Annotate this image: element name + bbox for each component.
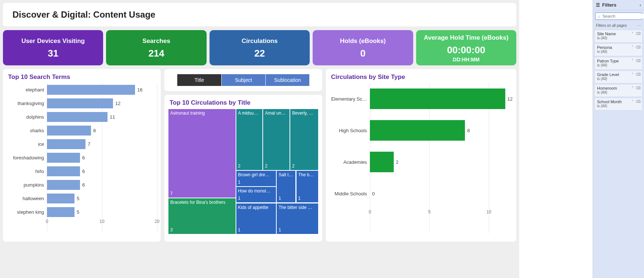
filter-value: is (All) [597, 63, 640, 67]
bar-chart-circ-by-site[interactable]: Elementary Sc…12High Schools8Academies2M… [330, 83, 513, 241]
treemap-tile[interactable]: The bitter side …1 [276, 203, 319, 235]
bar[interactable] [47, 153, 80, 163]
tile-value: 2 [265, 163, 288, 169]
axis-tick: 20 [154, 219, 159, 224]
filters-search-input[interactable] [603, 14, 644, 18]
filter-card[interactable]: Homeroomis (All)˅⌫ [594, 84, 643, 97]
bar[interactable] [47, 126, 91, 136]
tile-label: The b… [298, 172, 317, 177]
bar-value: 8 [467, 128, 470, 133]
bar-value: 5 [77, 196, 79, 201]
bar[interactable] [47, 139, 85, 149]
filter-value: is (All) [597, 77, 640, 81]
treemap-circ-by-title[interactable]: Astronaut training7Bracelets for Bina's … [168, 109, 319, 234]
bar[interactable] [47, 98, 113, 108]
bar-row: hi/lo6 [7, 165, 157, 178]
filter-value: is (All) [597, 36, 640, 40]
filter-card[interactable]: Patron Typeis (All)˅⌫ [594, 57, 643, 70]
bar-label: Academies [330, 159, 370, 165]
bar[interactable] [47, 207, 74, 217]
chart-title: Top 10 Search Terms [8, 73, 156, 81]
bar[interactable] [370, 120, 465, 141]
kpi-avg-hold-time[interactable]: Average Hold Time (eBooks) 00:00:00 DD:H… [416, 30, 516, 65]
treemap-tile[interactable]: Beverly, …2 [290, 109, 319, 170]
filters-icon: ☰ [596, 3, 600, 8]
bar[interactable] [370, 152, 394, 172]
tile-label: Salt t… [279, 172, 294, 177]
clear-icon[interactable]: ⌫ [636, 86, 641, 90]
filters-search[interactable]: ⌕ [595, 12, 642, 20]
tab-title[interactable]: Title [177, 74, 221, 86]
treemap-tile[interactable]: Amal un…2 [263, 109, 290, 170]
bar[interactable] [370, 89, 505, 109]
axis-tick: 0 [46, 219, 48, 224]
treemap-tile[interactable]: Brown girl dre…1 [236, 170, 277, 187]
filter-card[interactable]: Site Nameis (All)˅⌫ [594, 30, 643, 43]
chevron-down-icon[interactable]: ˅ [632, 86, 633, 90]
tile-value: 3 [170, 227, 234, 232]
tab-subject[interactable]: Subject [221, 74, 265, 86]
kpi-label: Average Hold Time (eBooks) [418, 34, 514, 41]
bar-row: elephant16 [7, 83, 157, 97]
tab-sublocation[interactable]: Sublocation [265, 74, 309, 86]
clear-icon[interactable]: ⌫ [636, 45, 641, 49]
more-icon[interactable]: ⋯ [637, 24, 641, 28]
tile-value: 2 [292, 163, 316, 169]
bar[interactable] [47, 180, 80, 190]
axis-tick: 10 [486, 209, 491, 214]
kpi-searches[interactable]: Searches 214 [106, 30, 206, 65]
filter-card[interactable]: School Monthis (All)˅⌫ [594, 98, 643, 111]
tile-label: Astronaut training [170, 111, 234, 116]
bar[interactable] [47, 166, 80, 176]
kpi-value: 22 [212, 48, 308, 59]
page-title: Discover & Digital: Content Usage [12, 10, 507, 20]
tile-label: Brown girl dre… [238, 172, 274, 177]
tile-value: 2 [238, 163, 261, 169]
axis-tick: 0 [369, 209, 371, 214]
clear-icon[interactable]: ⌫ [636, 100, 641, 104]
filters-header[interactable]: ☰ Filters › [593, 0, 644, 10]
chevron-down-icon[interactable]: ˅ [632, 72, 633, 76]
bar-chart-search-terms[interactable]: elephant16thanksgiving12dolphins11sharks… [7, 83, 157, 241]
treemap-tile[interactable]: Bracelets for Bina's brothers3 [168, 198, 236, 234]
bar-value: 2 [396, 159, 399, 165]
treemap-tile[interactable]: Salt t…1 [276, 170, 296, 203]
tile-value: 1 [238, 196, 274, 201]
chevron-down-icon[interactable]: ˅ [632, 100, 633, 104]
bar-value: 11 [110, 114, 115, 120]
tile-value: 1 [279, 196, 294, 201]
bar-value: 5 [77, 209, 79, 215]
treemap-tile[interactable]: How do monst…1 [236, 187, 277, 203]
bar-row: ice7 [7, 137, 157, 151]
kpi-circulations[interactable]: Circulations 22 [210, 30, 310, 65]
chevron-down-icon[interactable]: ˅ [632, 32, 633, 36]
clear-icon[interactable]: ⌫ [636, 72, 641, 76]
bar[interactable] [47, 85, 135, 95]
filters-pane: ☰ Filters › ⌕ Filters on all pages ⋯ Sit… [593, 0, 644, 278]
bar[interactable] [47, 112, 108, 122]
treemap-tile[interactable]: The b…1 [296, 170, 319, 203]
treemap-tile[interactable]: Astronaut training7 [168, 109, 236, 198]
bar-label: halloween [7, 196, 47, 201]
filter-card[interactable]: Grade Levelis (All)˅⌫ [594, 71, 643, 83]
kpi-value: 0 [315, 48, 411, 59]
filter-card[interactable]: Personais (All)˅⌫ [594, 43, 643, 56]
chevron-down-icon[interactable]: ˅ [632, 45, 633, 49]
bar-value: 6 [82, 182, 85, 188]
clear-icon[interactable]: ⌫ [636, 59, 641, 63]
bar[interactable] [47, 194, 74, 203]
filter-value: is (All) [597, 50, 640, 54]
tile-value: 1 [298, 196, 317, 201]
treemap-tile[interactable]: Kids of appetite1 [236, 203, 277, 235]
bar-label: sharks [7, 128, 47, 133]
axis-tick: 10 [99, 219, 104, 224]
tile-label: Bracelets for Bina's brothers [170, 200, 234, 205]
kpi-holds[interactable]: Holds (eBooks) 0 [313, 30, 413, 65]
bar-label: foreshadowing [7, 155, 47, 160]
treemap-tile[interactable]: A midsu…2 [236, 109, 263, 170]
page-header: Discover & Digital: Content Usage [3, 3, 516, 26]
kpi-user-devices[interactable]: User Devices Visiting 31 [3, 30, 103, 65]
clear-icon[interactable]: ⌫ [636, 32, 641, 36]
chevron-right-icon[interactable]: › [640, 3, 641, 8]
chevron-down-icon[interactable]: ˅ [632, 59, 633, 63]
